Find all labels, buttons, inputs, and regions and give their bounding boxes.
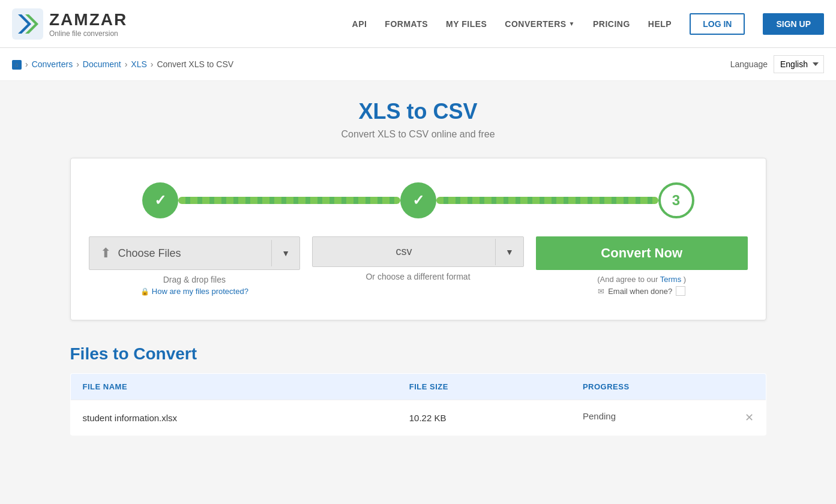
nav-pricing[interactable]: PRICING (593, 19, 630, 29)
protection-link[interactable]: 🔒 How are my files protected? (140, 287, 248, 296)
col-progress: PROGRESS (571, 374, 766, 400)
convert-now-button[interactable]: Convert Now (536, 236, 748, 270)
step-3-circle: 3 (658, 182, 694, 218)
steps-row: ✓ ✓ 3 (89, 182, 748, 218)
logo-icon (12, 8, 43, 40)
converters-dropdown-icon: ▼ (569, 20, 575, 27)
breadcrumb: ⌂ › Converters › Document › XLS › Conver… (12, 59, 233, 70)
login-button[interactable]: LOG IN (690, 13, 745, 35)
format-selected: csv (313, 237, 495, 266)
upload-icon: ⬆ (100, 245, 111, 261)
files-title: Files to Convert (70, 344, 766, 364)
language-select[interactable]: English (774, 55, 824, 73)
nav-help[interactable]: HELP (648, 19, 672, 29)
language-label: Language (730, 59, 768, 69)
files-section: Files to Convert FILE NAME FILE SIZE PRO… (70, 344, 766, 436)
breadcrumb-sep-2: › (76, 59, 79, 69)
file-size-cell: 10.22 KB (397, 400, 571, 436)
step-line-2 (436, 197, 658, 204)
format-dropdown-icon[interactable]: ▼ (495, 239, 523, 265)
nav-formats[interactable]: FORMATS (385, 19, 428, 29)
nav-converters[interactable]: CONVERTERS ▼ (505, 19, 575, 29)
breadcrumb-converters[interactable]: Converters (32, 59, 73, 69)
page-subtitle: Convert XLS to CSV online and free (70, 129, 766, 140)
breadcrumb-bar: ⌂ › Converters › Document › XLS › Conver… (0, 48, 836, 81)
main-nav: API FORMATS MY FILES CONVERTERS ▼ PRICIN… (352, 13, 824, 35)
lock-icon: 🔒 (140, 287, 149, 296)
action-row: ⬆ Choose Files ▼ Drag & drop files 🔒 How… (89, 236, 748, 296)
choose-files-group: ⬆ Choose Files ▼ Drag & drop files 🔒 How… (89, 236, 301, 296)
breadcrumb-sep-3: › (125, 59, 128, 69)
page-title: XLS to CSV (70, 99, 766, 124)
header: ZAMZAR Online file conversion API FORMAT… (0, 0, 836, 48)
terms-text: (And agree to our Terms ) (597, 275, 686, 284)
home-icon: ⌂ (12, 60, 22, 70)
files-table-body: student information.xlsx 10.22 KB Pendin… (70, 400, 766, 436)
file-name-cell: student information.xlsx (70, 400, 397, 436)
format-select-button[interactable]: csv ▼ (312, 236, 524, 267)
breadcrumb-xls[interactable]: XLS (131, 59, 146, 69)
choose-files-dropdown-icon[interactable]: ▼ (271, 240, 299, 266)
format-sub-label: Or choose a different format (365, 272, 470, 281)
step-1-circle: ✓ (142, 182, 178, 218)
format-group: csv ▼ Or choose a different format (312, 236, 524, 281)
choose-files-label: Choose Files (118, 247, 181, 260)
col-file-name: FILE NAME (70, 374, 397, 400)
converter-box: ✓ ✓ 3 ⬆ Choose Files ▼ (70, 158, 766, 320)
terms-link[interactable]: Terms (660, 275, 681, 284)
convert-group: Convert Now (And agree to our Terms ) ✉ … (536, 236, 748, 296)
nav-api[interactable]: API (352, 19, 367, 29)
drag-drop-label: Drag & drop files (163, 275, 226, 284)
step-line-1 (178, 197, 400, 204)
col-file-size: FILE SIZE (397, 374, 571, 400)
email-icon: ✉ (598, 287, 604, 296)
email-done-row: ✉ Email when done? (598, 286, 685, 296)
logo-title: ZAMZAR (49, 10, 127, 29)
main-content: XLS to CSV Convert XLS to CSV online and… (58, 81, 778, 454)
files-table: FILE NAME FILE SIZE PROGRESS student inf… (70, 373, 766, 436)
table-row: student information.xlsx 10.22 KB Pendin… (70, 400, 766, 436)
nav-my-files[interactable]: MY FILES (446, 19, 487, 29)
email-checkbox[interactable] (676, 286, 685, 296)
progress-cell: Pending ✕ (571, 400, 766, 436)
signup-button[interactable]: SIGN UP (763, 13, 824, 35)
email-done-label: Email when done? (608, 287, 672, 296)
files-table-header: FILE NAME FILE SIZE PROGRESS (70, 374, 766, 400)
choose-files-button[interactable]: ⬆ Choose Files ▼ (89, 236, 301, 270)
breadcrumb-home[interactable]: ⌂ (12, 59, 22, 70)
breadcrumb-sep-1: › (25, 59, 28, 69)
logo[interactable]: ZAMZAR Online file conversion (12, 8, 127, 40)
breadcrumb-current: Convert XLS to CSV (157, 59, 233, 69)
remove-file-button[interactable]: ✕ (745, 411, 754, 424)
logo-subtitle: Online file conversion (49, 29, 127, 38)
breadcrumb-document[interactable]: Document (83, 59, 121, 69)
step-2-circle: ✓ (400, 182, 436, 218)
language-area: Language English (730, 55, 824, 73)
breadcrumb-sep-4: › (151, 59, 154, 69)
